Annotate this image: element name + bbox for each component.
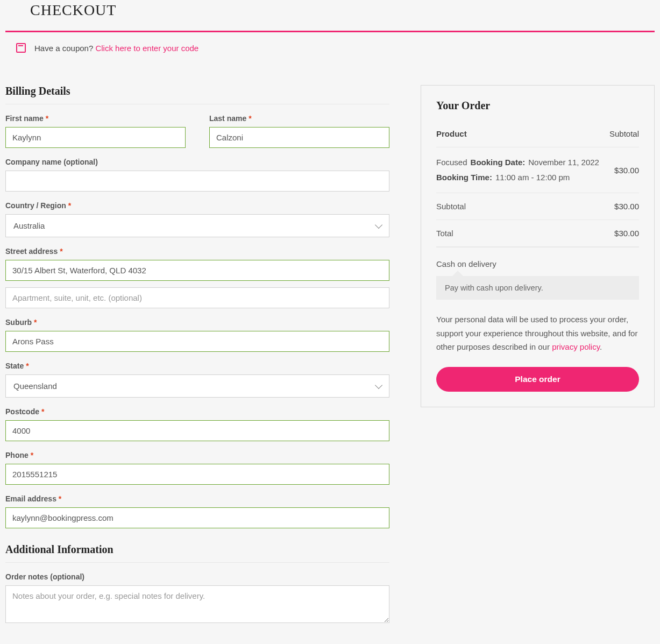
country-select[interactable]: Australia bbox=[5, 214, 389, 237]
billing-heading: Billing Details bbox=[5, 85, 389, 104]
order-total-value: $30.00 bbox=[614, 229, 639, 238]
chevron-down-icon bbox=[375, 221, 382, 228]
email-label: Email address * bbox=[5, 494, 389, 503]
order-subtotal-row: Subtotal $30.00 bbox=[436, 193, 639, 220]
order-box: Your Order Product Subtotal Focused Book… bbox=[421, 85, 655, 407]
last-name-input[interactable] bbox=[209, 127, 389, 148]
email-input[interactable] bbox=[5, 507, 389, 528]
state-label: State * bbox=[5, 362, 389, 370]
privacy-policy-link[interactable]: privacy policy bbox=[552, 342, 600, 351]
country-label: Country / Region * bbox=[5, 201, 389, 210]
street2-input[interactable] bbox=[5, 287, 389, 308]
place-order-button[interactable]: Place order bbox=[436, 367, 639, 392]
order-item-date-value: November 11, 2022 bbox=[528, 156, 599, 169]
postcode-input[interactable] bbox=[5, 420, 389, 441]
order-subtotal-value: $30.00 bbox=[614, 202, 639, 211]
chevron-down-icon bbox=[375, 381, 382, 388]
street-input[interactable] bbox=[5, 260, 389, 281]
order-table-header: Product Subtotal bbox=[436, 121, 639, 147]
order-subtotal-label: Subtotal bbox=[436, 202, 614, 211]
payment-description: Pay with cash upon delivery. bbox=[436, 276, 639, 300]
coupon-link[interactable]: Click here to enter your code bbox=[95, 44, 198, 53]
suburb-input[interactable] bbox=[5, 331, 389, 352]
last-name-label: Last name * bbox=[209, 114, 389, 123]
first-name-label: First name * bbox=[5, 114, 186, 123]
phone-input[interactable] bbox=[5, 464, 389, 485]
suburb-label: Suburb * bbox=[5, 318, 389, 327]
order-item-time-label: Booking Time: bbox=[436, 171, 492, 184]
order-total-label: Total bbox=[436, 229, 614, 238]
page-title: CHECKOUT bbox=[5, 0, 655, 19]
state-select[interactable]: Queensland bbox=[5, 374, 389, 398]
order-item-time-value: 11:00 am - 12:00 pm bbox=[495, 171, 570, 184]
country-value: Australia bbox=[13, 221, 45, 230]
additional-heading: Additional Information bbox=[5, 543, 389, 563]
order-heading: Your Order bbox=[436, 100, 639, 112]
coupon-text: Have a coupon? Click here to enter your … bbox=[34, 44, 198, 53]
order-head-product: Product bbox=[436, 129, 609, 138]
order-item-price: $30.00 bbox=[614, 166, 639, 175]
order-item-name: Focused bbox=[436, 156, 467, 169]
order-head-subtotal: Subtotal bbox=[609, 129, 639, 138]
street-label: Street address * bbox=[5, 247, 389, 256]
first-name-input[interactable] bbox=[5, 127, 186, 148]
order-item-date-label: Booking Date: bbox=[471, 156, 526, 169]
coupon-icon bbox=[16, 43, 26, 53]
privacy-note: Your personal data will be used to proce… bbox=[436, 313, 639, 354]
payment-method: Cash on delivery bbox=[436, 259, 639, 268]
postcode-label: Postcode * bbox=[5, 407, 389, 416]
state-value: Queensland bbox=[13, 381, 57, 391]
order-notes-textarea[interactable] bbox=[5, 585, 389, 623]
company-input[interactable] bbox=[5, 171, 389, 192]
company-label: Company name (optional) bbox=[5, 158, 389, 166]
order-notes-label: Order notes (optional) bbox=[5, 572, 389, 581]
order-total-row: Total $30.00 bbox=[436, 220, 639, 247]
phone-label: Phone * bbox=[5, 451, 389, 459]
coupon-prompt: Have a coupon? bbox=[34, 44, 95, 53]
order-item-row: Focused Booking Date: November 11, 2022 … bbox=[436, 147, 639, 193]
coupon-bar: Have a coupon? Click here to enter your … bbox=[5, 31, 655, 63]
